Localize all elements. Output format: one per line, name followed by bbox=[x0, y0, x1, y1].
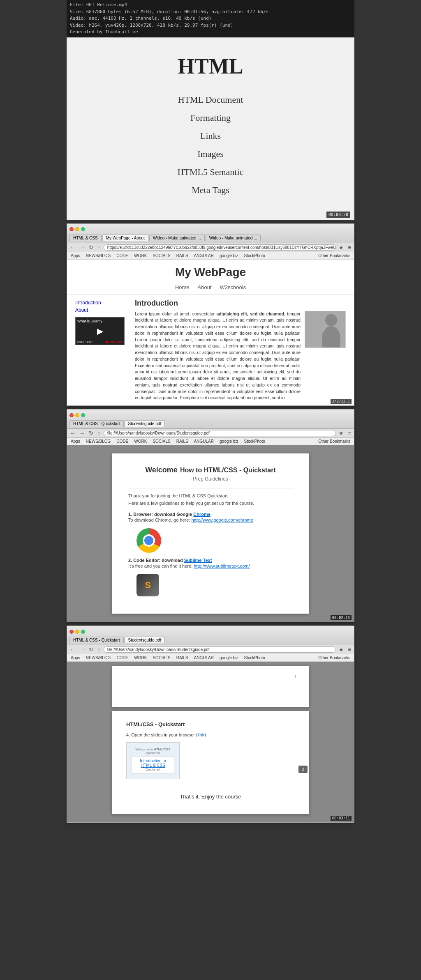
bookmark-stock-2[interactable]: StockPhoto bbox=[243, 439, 266, 444]
tab-wideo-1[interactable]: Wideo - Make animated ... bbox=[149, 235, 205, 241]
browser-nav-2: ← → ↻ ⌂ file:///Users/sandyludosky/Downl… bbox=[67, 429, 354, 438]
bookmark-google[interactable]: google biz bbox=[218, 253, 240, 258]
pdf-page-1: Welcome How to HTML/CSS - Quickstart - P… bbox=[112, 453, 309, 614]
minimize-button[interactable] bbox=[75, 227, 79, 231]
tab-quickstart-2[interactable]: HTML & CSS - Quickstart bbox=[69, 420, 124, 427]
nav-home[interactable]: Home bbox=[175, 284, 190, 290]
tab-my-webpage[interactable]: My WebPage - About bbox=[102, 235, 148, 241]
bookmark-other-2[interactable]: Other Bookmarks bbox=[317, 439, 352, 444]
page-title: My WebPage bbox=[67, 260, 354, 282]
reload-button[interactable]: ↻ bbox=[88, 244, 95, 251]
pdf-chrome-url[interactable]: http://www.google.com/chrome bbox=[191, 518, 253, 522]
minimize-button-2[interactable] bbox=[75, 413, 79, 417]
tab-studentsguide-3[interactable]: Studentsguide.pdf bbox=[125, 637, 165, 643]
home-button-2[interactable]: ⌂ bbox=[96, 430, 102, 436]
minimize-button-3[interactable] bbox=[75, 630, 79, 634]
bookmark-socials-3[interactable]: SOCIALS bbox=[151, 655, 171, 660]
bookmark-google-3[interactable]: google biz bbox=[218, 655, 240, 660]
sidebar-video[interactable]: What is Udemy ▶ 0:00 / 1:07 ▶ YouTube bbox=[75, 317, 125, 345]
pdf-page-top: 1 bbox=[112, 666, 309, 707]
video-thumbnail: File: 001 Welcome.mp4 Size: 6837860 byte… bbox=[67, 0, 354, 220]
bookmark-other-1[interactable]: Other Bookmarks bbox=[317, 253, 352, 258]
pdf-section-browser: 1. Browser: download Google Chrome To do… bbox=[128, 512, 293, 553]
bookmark-apps-3[interactable]: Apps bbox=[69, 655, 81, 660]
bookmark-angular-2[interactable]: ANGULAR bbox=[193, 439, 215, 444]
pdf-subtitle: - Prep Guidelines - bbox=[128, 476, 293, 482]
reload-button-2[interactable]: ↻ bbox=[88, 430, 95, 436]
page-timer-2: 00:02:13 bbox=[331, 615, 352, 620]
back-button[interactable]: ← bbox=[69, 244, 76, 251]
sidebar-link-about[interactable]: About bbox=[75, 306, 129, 314]
pdf-page3-title: HTML/CSS - Quickstart bbox=[126, 721, 295, 727]
bookmark-work-3[interactable]: WORK bbox=[133, 655, 148, 660]
maximize-button-3[interactable] bbox=[81, 630, 85, 634]
settings-icon[interactable]: ≡ bbox=[347, 244, 352, 251]
pdf-slides-link[interactable]: link bbox=[198, 732, 205, 737]
intro-heading: Introduction bbox=[135, 299, 346, 308]
bookmark-socials[interactable]: SOCIALS bbox=[151, 253, 171, 258]
bookmark-rails[interactable]: RAILS bbox=[175, 253, 190, 258]
bookmark-star[interactable]: ★ bbox=[338, 244, 345, 251]
pdf-browser-label: 1. Browser: download Google Chrome bbox=[128, 512, 293, 517]
bookmark-work-2[interactable]: WORK bbox=[133, 439, 148, 444]
pdf-sublime-url[interactable]: http://www.sublimetext.com/ bbox=[194, 564, 250, 568]
settings-icon-3[interactable]: ≡ bbox=[347, 646, 352, 653]
close-button-3[interactable] bbox=[69, 630, 74, 634]
address-bar-1[interactable]: https://e1cfdc13c83222e8bc124960f7c16bb2… bbox=[104, 244, 336, 251]
bookmark-code-2[interactable]: CODE bbox=[115, 439, 130, 444]
bookmark-news[interactable]: NEWS/BLOG bbox=[85, 253, 112, 258]
pdf-intro-link[interactable]: Introduction to HTML & CSS bbox=[135, 759, 171, 768]
bookmark-star-3[interactable]: ★ bbox=[338, 646, 345, 653]
bookmark-other-3[interactable]: Other Bookmarks bbox=[317, 655, 352, 660]
slide-item-2: Formatting bbox=[75, 109, 346, 127]
settings-icon-2[interactable]: ≡ bbox=[347, 430, 352, 436]
bookmark-work[interactable]: WORK bbox=[133, 253, 148, 258]
back-button-2[interactable]: ← bbox=[69, 430, 76, 436]
home-button[interactable]: ⌂ bbox=[96, 244, 102, 251]
sidebar-link-intro[interactable]: Introduction bbox=[75, 299, 129, 306]
tab-studentsguide-2[interactable]: Studentsguide.pdf bbox=[125, 420, 165, 427]
bookmark-star-2[interactable]: ★ bbox=[338, 430, 345, 436]
address-bar-3[interactable]: file:///Users/sandyludosky/Downloads/Stu… bbox=[104, 646, 336, 653]
bookmark-apps[interactable]: Apps bbox=[69, 253, 81, 258]
tab-html-css[interactable]: HTML & CSS bbox=[69, 235, 102, 241]
intro-text-1: Lorem ipsum dolor sit amet, consectetur bbox=[135, 311, 215, 316]
address-bar-2[interactable]: file:///Users/sandyludosky/Downloads/Stu… bbox=[104, 430, 336, 436]
sidebar: Introduction About What is Udemy ▶ 0:00 … bbox=[75, 299, 129, 402]
browser-chrome-3: HTML & CSS - Quickstart Studentsguide.pd… bbox=[67, 626, 354, 645]
page-num-badge: 2 bbox=[298, 766, 308, 773]
bookmark-apps-2[interactable]: Apps bbox=[69, 439, 81, 444]
nav-w3schools[interactable]: W3schools bbox=[220, 284, 246, 290]
bookmark-code[interactable]: CODE bbox=[115, 253, 130, 258]
pdf-sublime-link[interactable]: Sublime Text bbox=[184, 558, 212, 563]
nav-about[interactable]: About bbox=[198, 284, 212, 290]
forward-button-3[interactable]: → bbox=[78, 646, 86, 653]
forward-button[interactable]: → bbox=[78, 244, 86, 251]
reload-button-3[interactable]: ↻ bbox=[88, 646, 95, 653]
bookmark-news-3[interactable]: NEWS/BLOG bbox=[85, 655, 112, 660]
bookmark-news-2[interactable]: NEWS/BLOG bbox=[85, 439, 112, 444]
pdf-section-editor: 2. Code Editor: download Sublime Text It… bbox=[128, 558, 293, 597]
video-label: What is Udemy bbox=[77, 319, 102, 323]
back-button-3[interactable]: ← bbox=[69, 646, 76, 653]
pdf-chrome-link[interactable]: Chrome bbox=[193, 512, 210, 517]
bookmark-angular-3[interactable]: ANGULAR bbox=[193, 655, 215, 660]
bookmark-angular[interactable]: ANGULAR bbox=[193, 253, 215, 258]
forward-button-2[interactable]: → bbox=[78, 430, 86, 436]
bookmark-rails-3[interactable]: RAILS bbox=[175, 655, 190, 660]
home-button-3[interactable]: ⌂ bbox=[96, 646, 102, 653]
maximize-button[interactable] bbox=[81, 227, 85, 231]
tab-wideo-2[interactable]: Wideo - Make animated ... bbox=[206, 235, 261, 241]
bookmark-stock[interactable]: StockPhoto bbox=[243, 253, 266, 258]
close-button-2[interactable] bbox=[69, 413, 74, 417]
bookmarks-bar-2: Apps NEWS/BLOG CODE WORK SOCIALS RAILS A… bbox=[67, 438, 354, 445]
slide-item-3: Links bbox=[75, 127, 346, 145]
close-button[interactable] bbox=[69, 227, 74, 231]
bookmark-stock-3[interactable]: StockPhoto bbox=[243, 655, 266, 660]
bookmark-code-3[interactable]: CODE bbox=[115, 655, 130, 660]
bookmark-google-2[interactable]: google biz bbox=[218, 439, 240, 444]
bookmark-rails-2[interactable]: RAILS bbox=[175, 439, 190, 444]
tab-quickstart-3[interactable]: HTML & CSS - Quickstart bbox=[69, 637, 124, 643]
maximize-button-2[interactable] bbox=[81, 413, 85, 417]
bookmark-socials-2[interactable]: SOCIALS bbox=[151, 439, 171, 444]
